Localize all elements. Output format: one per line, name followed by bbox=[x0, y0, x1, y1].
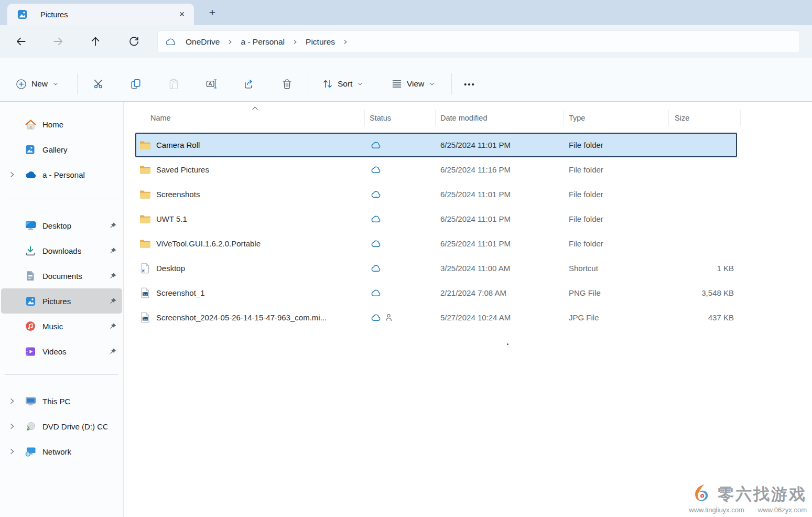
see-more-button[interactable]: ••• bbox=[458, 73, 481, 95]
sort-arrows-icon bbox=[322, 79, 333, 89]
file-status-cell bbox=[365, 141, 436, 149]
sidebar-item-gallery[interactable]: Gallery bbox=[0, 137, 123, 162]
sidebar-item-dvd-drive-d-ccc[interactable]: DVD Drive (D:) CCC bbox=[0, 414, 123, 439]
clipboard-icon bbox=[169, 79, 179, 90]
view-button[interactable]: View bbox=[386, 73, 441, 95]
sidebar-item-documents[interactable]: Documents bbox=[0, 263, 123, 288]
sidebar-item-icon bbox=[24, 145, 37, 155]
table-row[interactable]: Desktop 3/25/2024 11:00 AM Shortcut 1 KB bbox=[135, 256, 737, 281]
watermark-url-2: www.06zyx.com bbox=[758, 506, 807, 514]
rename-button[interactable] bbox=[200, 72, 223, 95]
file-name-text: Saved Pictures bbox=[156, 165, 209, 174]
copy-button[interactable] bbox=[124, 72, 147, 95]
new-button[interactable]: New bbox=[10, 73, 64, 95]
sidebar-item-music[interactable]: Music bbox=[0, 314, 123, 339]
sort-button[interactable]: Sort bbox=[317, 73, 369, 95]
file-icon bbox=[139, 214, 151, 224]
file-icon bbox=[139, 190, 151, 199]
sidebar-item-home[interactable]: Home bbox=[0, 112, 123, 137]
sidebar-item-label: Pictures bbox=[42, 297, 107, 306]
cut-button[interactable] bbox=[87, 72, 110, 95]
file-name-cell: Screenshot_2024-05-26-14-15-47-963_com.m… bbox=[135, 312, 365, 323]
column-header-type[interactable]: Type bbox=[564, 110, 669, 126]
breadcrumb-personal[interactable]: a - Personal bbox=[236, 35, 289, 49]
table-row[interactable]: ViVeTool.GUI.1.6.2.0.Portable 6/25/2024 … bbox=[135, 231, 737, 256]
expand-chevron-icon bbox=[8, 448, 24, 455]
file-date-cell: 6/25/2024 11:01 PM bbox=[436, 214, 564, 223]
new-button-label: New bbox=[31, 79, 48, 89]
column-header-date-modified[interactable]: Date modified bbox=[436, 110, 564, 126]
sidebar-item-pictures[interactable]: Pictures bbox=[1, 288, 122, 314]
file-date-cell: 6/25/2024 11:01 PM bbox=[436, 239, 564, 248]
file-name-text: Camera Roll bbox=[156, 141, 200, 149]
file-date-cell: 6/25/2024 11:01 PM bbox=[436, 141, 564, 149]
sidebar-item-network[interactable]: Network bbox=[0, 439, 123, 464]
chevron-down-icon bbox=[52, 81, 59, 87]
pin-icon bbox=[107, 272, 117, 280]
column-header-label: Date modified bbox=[440, 114, 487, 122]
table-row[interactable]: Screenshot_2024-05-26-14-15-47-963_com.m… bbox=[135, 305, 737, 330]
up-icon bbox=[90, 36, 101, 47]
column-header-label: Status bbox=[370, 114, 391, 122]
table-row[interactable]: UWT 5.1 6/25/2024 11:01 PM File folder bbox=[135, 207, 737, 231]
column-header-size[interactable]: Size bbox=[669, 110, 741, 126]
cloud-status-icon bbox=[371, 314, 381, 321]
address-bar[interactable]: OneDrive a - Personal Pictures bbox=[157, 30, 800, 53]
forward-button[interactable] bbox=[49, 33, 67, 50]
file-name-text: Screenshot_1 bbox=[156, 288, 205, 297]
column-header-label: Type bbox=[569, 114, 585, 122]
back-button[interactable] bbox=[12, 33, 30, 50]
column-header-status[interactable]: Status bbox=[365, 110, 436, 126]
trash-icon bbox=[282, 79, 292, 90]
sidebar-item-this-pc[interactable]: This PC bbox=[0, 389, 123, 414]
delete-button[interactable] bbox=[275, 72, 298, 95]
file-status-cell bbox=[365, 190, 436, 198]
expand-chevron-icon bbox=[8, 423, 24, 430]
sidebar-item-downloads[interactable]: Downloads bbox=[0, 238, 123, 263]
sidebar-item-label: a - Personal bbox=[42, 170, 107, 179]
toolbar-divider bbox=[308, 73, 308, 94]
up-button[interactable] bbox=[86, 33, 104, 50]
new-tab-button[interactable]: + bbox=[204, 5, 220, 20]
cloud-status-icon bbox=[371, 240, 381, 247]
refresh-button[interactable] bbox=[125, 33, 143, 50]
tab-pictures[interactable]: Pictures × bbox=[7, 4, 194, 25]
sidebar-item-label: Music bbox=[42, 322, 107, 331]
sidebar-item-desktop[interactable]: Desktop bbox=[0, 213, 123, 238]
pin-icon bbox=[107, 322, 117, 330]
cloud-status-icon bbox=[371, 141, 381, 149]
breadcrumb-onedrive[interactable]: OneDrive bbox=[181, 35, 224, 49]
file-name-text: Screenshots bbox=[156, 190, 200, 199]
sidebar-item-videos[interactable]: Videos bbox=[0, 339, 123, 364]
file-name-cell: UWT 5.1 bbox=[135, 214, 365, 224]
tab-close-icon[interactable]: × bbox=[175, 8, 189, 21]
sidebar-item-a-personal[interactable]: a - Personal bbox=[0, 162, 123, 187]
share-button[interactable] bbox=[237, 72, 261, 95]
sidebar-item-icon bbox=[24, 246, 37, 256]
pictures-tab-icon bbox=[16, 9, 28, 19]
sort-label: Sort bbox=[338, 79, 352, 89]
file-date-cell: 5/27/2024 10:24 AM bbox=[436, 313, 564, 322]
paste-button[interactable] bbox=[162, 72, 185, 95]
column-header-name[interactable]: Name bbox=[135, 110, 365, 126]
navigation-bar: OneDrive a - Personal Pictures bbox=[0, 25, 812, 58]
cloud-status-icon bbox=[371, 289, 381, 297]
breadcrumb-pictures[interactable]: Pictures bbox=[301, 35, 339, 49]
onedrive-cloud-icon bbox=[165, 38, 176, 46]
file-type-cell: File folder bbox=[564, 190, 669, 199]
file-status-cell bbox=[365, 264, 436, 272]
expand-chevron-icon bbox=[8, 397, 24, 405]
table-row[interactable]: Camera Roll 6/25/2024 11:01 PM File fold… bbox=[135, 133, 737, 157]
scissors-icon bbox=[93, 79, 104, 89]
table-row[interactable]: Saved Pictures 6/25/2024 11:16 PM File f… bbox=[135, 157, 737, 182]
column-header-label: Size bbox=[675, 114, 689, 122]
sidebar-item-label: This PC bbox=[42, 397, 107, 406]
file-name-cell: Camera Roll bbox=[135, 141, 365, 150]
file-status-cell bbox=[365, 314, 436, 321]
file-type-cell: PNG File bbox=[564, 288, 669, 297]
table-row[interactable]: Screenshot_1 2/21/2024 7:08 AM PNG File … bbox=[135, 281, 737, 305]
file-icon bbox=[139, 312, 151, 323]
table-row[interactable]: Screenshots 6/25/2024 11:01 PM File fold… bbox=[135, 182, 737, 207]
file-date-cell: 2/21/2024 7:08 AM bbox=[436, 288, 564, 297]
file-icon bbox=[139, 165, 151, 175]
